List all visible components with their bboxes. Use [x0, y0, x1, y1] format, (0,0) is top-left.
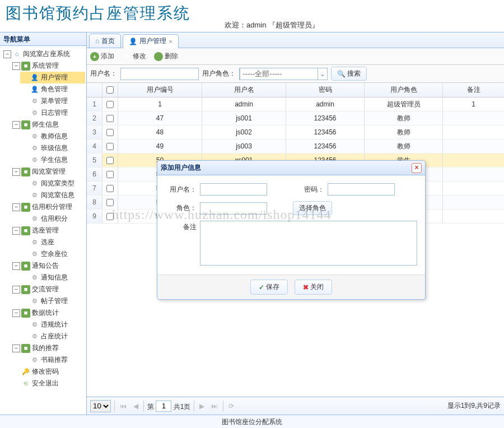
tree-group[interactable]: −■系统管理: [11, 60, 85, 72]
item-icon: ⚙: [30, 332, 39, 341]
tree-item[interactable]: ⚙阅览室信息: [20, 189, 85, 201]
filter-username-input[interactable]: [120, 68, 199, 80]
tree-group[interactable]: −■阅览室管理: [11, 166, 85, 178]
row-checkbox[interactable]: [106, 213, 114, 220]
page-input-group: 第 共1页: [147, 401, 190, 412]
tree-item[interactable]: ⚙教师信息: [20, 131, 85, 142]
filter-bar: 用户名： 用户角色： ⌄ 🔍搜索: [87, 65, 504, 83]
add-button[interactable]: +添加: [90, 52, 114, 61]
tree-group[interactable]: −■师生信息: [11, 119, 85, 131]
dlg-role-label: 角色：: [165, 203, 197, 213]
tab[interactable]: 👤用户管理×: [123, 34, 178, 48]
welcome-text: 欢迎：admin 『超级管理员』: [225, 20, 319, 30]
refresh-button[interactable]: ⟳: [227, 402, 236, 410]
tree-group[interactable]: −■交流管理: [11, 283, 85, 295]
row-checkbox[interactable]: [106, 171, 114, 178]
tree-item[interactable]: ⚙信用积分: [20, 213, 85, 225]
item-icon: ⚙: [30, 238, 39, 247]
prev-page-button[interactable]: ◀: [132, 402, 140, 410]
item-icon: ⚙: [30, 156, 39, 165]
next-page-button[interactable]: ▶: [198, 402, 206, 410]
tree-item[interactable]: ⎋安全退出: [11, 378, 85, 389]
first-page-button[interactable]: ⏮: [118, 402, 128, 410]
footer: 图书馆座位分配系统: [0, 415, 504, 428]
save-button[interactable]: ✓保存: [250, 280, 288, 295]
package-icon: ■: [21, 309, 30, 318]
dialog-header[interactable]: 添加用户信息 ×: [157, 161, 425, 175]
tree-group[interactable]: −■我的推荐: [11, 342, 85, 354]
dlg-password-input[interactable]: [328, 183, 395, 196]
select-all-checkbox[interactable]: [106, 86, 114, 94]
item-icon: 👤: [30, 73, 39, 82]
item-icon: ⚙: [30, 179, 39, 188]
table-row[interactable]: 348js002123456教师: [87, 125, 504, 139]
tree-item[interactable]: ⚙违规统计: [20, 319, 85, 331]
tree-item[interactable]: ⚙日志管理: [20, 107, 85, 119]
table-row[interactable]: 11adminadmin超级管理员1: [87, 97, 504, 111]
filter-role-combo[interactable]: ⌄: [239, 68, 328, 80]
item-icon: ⚙: [30, 356, 39, 365]
pager: 10 ⏮ ◀ 第 共1页 ▶ ⏭ ⟳ 显示1到9,共9记录: [87, 397, 504, 415]
tab-icon: 👤: [129, 38, 137, 45]
close-button[interactable]: ✖关闭: [295, 280, 332, 295]
toolbar: +添加 ✎修改 删除: [87, 48, 504, 65]
grid-header: 用户编号 用户名 密码 用户角色 备注: [87, 83, 504, 97]
item-icon: ⎋: [21, 379, 30, 388]
tab[interactable]: ⌂首页: [89, 34, 121, 48]
item-icon: ⚙: [30, 109, 39, 118]
tree-item[interactable]: 🔑修改密码: [11, 366, 85, 378]
filter-role-label: 用户角色：: [202, 69, 236, 78]
table-row[interactable]: 449js003123456教师: [87, 139, 504, 153]
sidebar-title: 导航菜单: [0, 32, 86, 46]
package-icon: ■: [21, 120, 30, 129]
dlg-username-label: 用户名：: [165, 185, 197, 194]
tree-item[interactable]: ⚙阅览室类型: [20, 178, 85, 189]
item-icon: ⚙: [30, 273, 39, 282]
tree-item[interactable]: ⚙选座: [20, 236, 85, 248]
tree-item[interactable]: ⚙通知信息: [20, 272, 85, 283]
pagesize-select[interactable]: 10: [90, 400, 111, 412]
tree-group[interactable]: −■选座管理: [11, 225, 85, 236]
row-checkbox[interactable]: [106, 199, 114, 206]
item-icon: ⚙: [30, 297, 39, 306]
last-page-button[interactable]: ⏭: [209, 402, 220, 410]
tree-item[interactable]: ⚙班级信息: [20, 142, 85, 154]
package-icon: ■: [21, 262, 30, 271]
tree-item[interactable]: ⚙书籍推荐: [20, 354, 85, 366]
dialog-footer: ✓保存 ✖关闭: [157, 275, 425, 299]
dlg-username-input[interactable]: [200, 183, 267, 196]
tree-item[interactable]: ⚙空余座位: [20, 248, 85, 260]
tree-item[interactable]: 👤角色管理: [20, 83, 85, 95]
pager-info: 显示1到9,共9记录: [447, 401, 501, 411]
dlg-role-input[interactable]: [200, 202, 267, 215]
tree-item[interactable]: ⚙菜单管理: [20, 95, 85, 107]
row-checkbox[interactable]: [106, 185, 114, 192]
tree-group[interactable]: −■信用积分管理: [11, 201, 85, 213]
tree-item[interactable]: 👤用户管理: [20, 72, 85, 83]
edit-button[interactable]: ✎修改: [122, 52, 146, 61]
row-checkbox[interactable]: [106, 101, 114, 108]
sidebar: 导航菜单 −⌂阅览室占座系统−■系统管理👤用户管理👤角色管理⚙菜单管理⚙日志管理…: [0, 32, 87, 415]
chevron-down-icon[interactable]: ⌄: [318, 70, 327, 78]
tree-item[interactable]: ⚙帖子管理: [20, 295, 85, 307]
search-button[interactable]: 🔍搜索: [331, 67, 367, 81]
row-checkbox[interactable]: [106, 115, 114, 122]
row-checkbox[interactable]: [106, 129, 114, 136]
table-row[interactable]: 247js001123456教师: [87, 111, 504, 125]
tree-group[interactable]: −■数据统计: [11, 307, 85, 319]
tab-close-icon[interactable]: ×: [169, 38, 172, 45]
select-role-button[interactable]: 选择角色: [293, 201, 332, 215]
close-icon[interactable]: ×: [412, 163, 422, 173]
item-icon: ⚙: [30, 250, 39, 259]
item-icon: ⚙: [30, 191, 39, 200]
dlg-remark-textarea[interactable]: [200, 221, 417, 266]
delete-button[interactable]: 删除: [154, 52, 178, 61]
row-checkbox[interactable]: [106, 143, 114, 150]
row-checkbox[interactable]: [106, 157, 114, 164]
tree-root-node[interactable]: −⌂阅览室占座系统: [2, 48, 85, 60]
tree-group[interactable]: −■通知公告: [11, 260, 85, 272]
page-input[interactable]: [156, 401, 171, 412]
dlg-password-label: 密码：: [293, 185, 324, 194]
tree-item[interactable]: ⚙学生信息: [20, 154, 85, 166]
tree-item[interactable]: ⚙占座统计: [20, 331, 85, 342]
